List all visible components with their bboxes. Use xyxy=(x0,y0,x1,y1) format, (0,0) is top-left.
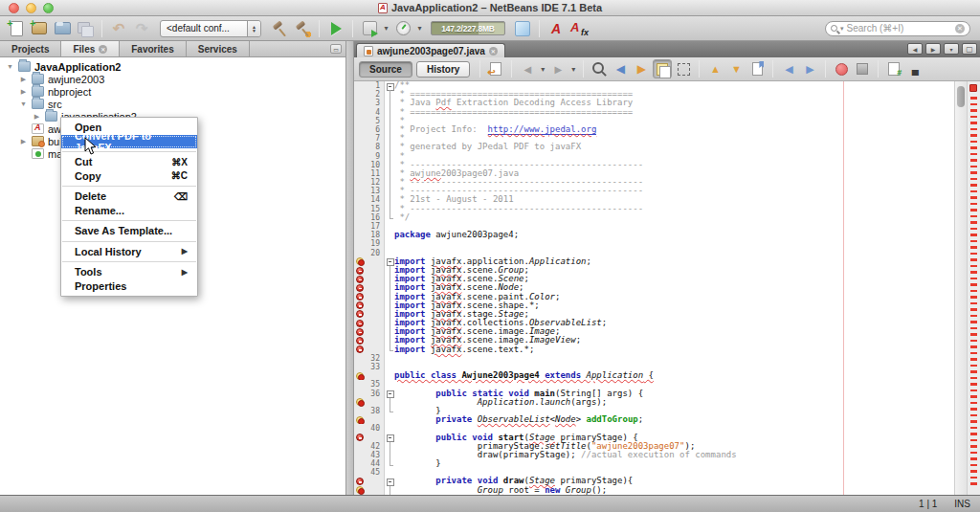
caret-icon[interactable] xyxy=(382,18,390,39)
gutter-cell[interactable] xyxy=(354,345,385,354)
gutter-cell[interactable] xyxy=(354,310,385,319)
collapse-icon[interactable]: ▼ xyxy=(6,63,14,70)
gutter-cell[interactable] xyxy=(354,398,385,407)
new-file-icon[interactable] xyxy=(6,18,27,39)
code-line[interactable]: private ObservableList<Node> addToGroup; xyxy=(354,415,954,424)
menu-item-tools[interactable]: Tools▶ xyxy=(61,265,197,279)
error-annotation-icon[interactable] xyxy=(356,293,364,301)
error-annotation-icon[interactable] xyxy=(356,284,364,292)
code-line[interactable]: 44 } xyxy=(354,459,954,468)
error-annotation-icon[interactable] xyxy=(356,320,364,327)
error-annotation-icon[interactable] xyxy=(356,337,364,345)
tab-favorites[interactable]: Favorites xyxy=(120,41,186,56)
gutter-cell[interactable]: 1 xyxy=(354,81,385,90)
gutter-cell[interactable] xyxy=(354,415,385,424)
nav-forward-icon[interactable] xyxy=(548,59,568,78)
gutter-cell[interactable] xyxy=(354,486,385,495)
tab-projects[interactable]: Projects xyxy=(0,41,61,56)
tree-item-awjune2003[interactable]: ▶awjune2003 xyxy=(0,73,345,85)
gutter-cell[interactable] xyxy=(354,266,385,275)
code-line[interactable]: 18package awjune2003page4; xyxy=(354,231,954,239)
gutter-cell[interactable]: 7 xyxy=(354,134,385,143)
expand-icon[interactable]: ▶ xyxy=(33,113,41,121)
stepper-icon[interactable]: ▲▼ xyxy=(247,21,260,36)
error-annotation-icon[interactable] xyxy=(356,301,364,309)
tree-item-nbproject[interactable]: ▶nbproject xyxy=(0,85,345,98)
menu-item-cut[interactable]: Cut⌘X xyxy=(61,155,197,169)
gutter-cell[interactable]: 3 xyxy=(354,99,385,107)
gutter-cell[interactable] xyxy=(354,336,385,345)
gutter-cell[interactable]: 14 xyxy=(354,195,385,204)
code-line[interactable]: import javafx.scene.text.*; xyxy=(354,345,954,354)
gutter-cell[interactable]: 18 xyxy=(354,231,385,239)
gutter-cell[interactable]: 2 xyxy=(354,90,385,99)
error-annotation-icon[interactable] xyxy=(356,345,364,353)
gutter-cell[interactable]: 16 xyxy=(354,213,385,222)
code-line[interactable]: 15 * -----------------------------------… xyxy=(354,205,954,213)
search-input[interactable]: ▾ Search (⌘+I) ✕ xyxy=(825,21,970,36)
gutter-cell[interactable]: 17 xyxy=(354,222,385,231)
code-line[interactable]: 16 */ xyxy=(354,213,954,222)
record-macro-icon[interactable] xyxy=(832,59,851,78)
build-icon[interactable] xyxy=(269,18,290,39)
gutter-cell[interactable]: 4 xyxy=(354,108,385,117)
hint-annotation-icon[interactable] xyxy=(356,257,364,265)
gutter-cell[interactable] xyxy=(354,477,385,485)
view-button-source[interactable]: Source xyxy=(359,61,412,78)
memory-indicator[interactable]: 147.2/227.8MB xyxy=(431,21,505,35)
uncomment-icon[interactable] xyxy=(905,59,924,78)
gutter-cell[interactable]: 42 xyxy=(354,442,385,451)
ice-cube-icon[interactable] xyxy=(512,18,533,39)
close-window-button[interactable] xyxy=(9,3,19,13)
stop-macro-icon[interactable] xyxy=(853,59,872,78)
search-clear-icon[interactable]: ✕ xyxy=(955,24,965,33)
scroll-tabs-left-icon[interactable]: ◀ xyxy=(907,43,923,55)
gutter-cell[interactable]: 6 xyxy=(354,125,385,134)
code-editor[interactable]: 1/**2 * ================================… xyxy=(354,81,980,495)
hint-annotation-icon[interactable] xyxy=(356,398,364,406)
gutter-cell[interactable]: 15 xyxy=(354,205,385,213)
menu-item-local-history[interactable]: Local History▶ xyxy=(61,245,197,259)
gutter-cell[interactable]: 33 xyxy=(354,363,385,371)
gutter-cell[interactable] xyxy=(354,293,385,301)
zoom-window-button[interactable] xyxy=(43,3,54,13)
gutter-cell[interactable]: 13 xyxy=(354,187,385,195)
find-prev-icon[interactable] xyxy=(611,59,630,78)
code-line[interactable]: Application.launch(args); xyxy=(354,398,954,407)
save-all-icon[interactable] xyxy=(75,18,96,39)
code-line[interactable]: 8 * generated by JPedal PDF to javaFX xyxy=(354,143,954,151)
panel-splitter[interactable] xyxy=(346,41,354,495)
gutter-cell[interactable] xyxy=(354,301,385,310)
toggle-bookmark-icon[interactable] xyxy=(747,59,767,78)
code-line[interactable]: 32 xyxy=(354,354,954,363)
tab-close-icon[interactable]: ✕ xyxy=(99,45,107,54)
gutter-cell[interactable]: 32 xyxy=(354,354,385,363)
gutter-cell[interactable]: 19 xyxy=(354,239,385,248)
menu-item-copy[interactable]: Copy⌘C xyxy=(61,169,197,184)
menu-item-rename-[interactable]: Rename... xyxy=(61,204,197,218)
menu-item-properties[interactable]: Properties xyxy=(61,279,197,294)
gutter-cell[interactable]: 8 xyxy=(354,143,385,151)
gutter-cell[interactable]: 12 xyxy=(354,178,385,187)
next-bookmark-icon[interactable] xyxy=(726,59,746,78)
fold-column[interactable] xyxy=(385,81,394,90)
gutter-cell[interactable]: 10 xyxy=(354,161,385,169)
gutter-cell[interactable]: 44 xyxy=(354,459,385,468)
debug-icon[interactable] xyxy=(359,18,380,39)
rect-selection-icon[interactable] xyxy=(674,59,693,78)
caret-icon[interactable] xyxy=(415,18,424,39)
gutter-cell[interactable]: 9 xyxy=(354,152,385,161)
menu-item-convert-pdf-to-javafx[interactable]: Convert PDF to JavaFX xyxy=(61,135,197,149)
tree-item-javaapplication2[interactable]: ▼JavaApplication2 xyxy=(0,60,345,73)
code-line[interactable]: 19 xyxy=(354,239,954,248)
expand-icon[interactable]: ▶ xyxy=(19,88,28,96)
toggle-highlight-icon[interactable] xyxy=(653,59,672,78)
tab-services[interactable]: Services xyxy=(187,41,250,56)
hint-annotation-icon[interactable] xyxy=(356,416,364,424)
shift-left-icon[interactable] xyxy=(779,59,798,78)
maximize-editor-icon[interactable]: ▢ xyxy=(962,43,977,55)
caret-icon[interactable] xyxy=(539,59,546,78)
menu-item-save-as-template-[interactable]: Save As Template... xyxy=(61,224,197,238)
gutter-cell[interactable]: 36 xyxy=(354,390,385,398)
fold-column[interactable] xyxy=(385,390,394,398)
